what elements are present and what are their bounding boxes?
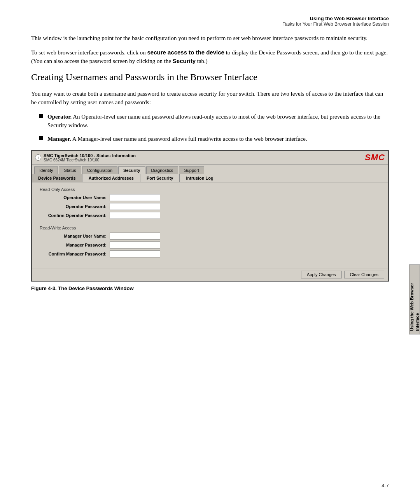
sub-tabs: Device Passwords Authorized Addresses Po… <box>32 174 388 182</box>
confirm-manager-password-group: Confirm Manager Password: <box>40 250 380 257</box>
tab-status[interactable]: Status <box>59 166 81 174</box>
read-write-label: Read-Write Access <box>40 226 380 230</box>
manager-password-group: Manager Password: <box>40 242 380 248</box>
confirm-manager-password-label: Confirm Manager Password: <box>40 252 110 256</box>
smc-logo: SMC <box>365 152 385 163</box>
bullet-text-manager: Manager. A Manager-level user name and p… <box>47 135 307 144</box>
title-bar-left: i SMC TigerSwitch 10/100 - Status: Infor… <box>35 153 136 162</box>
body-paragraph-1: You may want to create both a username a… <box>31 89 389 107</box>
bullet-list: Operator. An Operator-level user name an… <box>39 112 389 144</box>
tab-identity[interactable]: Identity <box>34 166 58 174</box>
operator-password-input[interactable] <box>110 203 160 210</box>
confirm-operator-password-input[interactable] <box>110 212 160 219</box>
bullet-text-operator: Operator. An Operator-level user name an… <box>47 112 389 130</box>
title-sub: SMC 6624M TigerSwitch 10/100 <box>44 158 136 162</box>
info-icon: i <box>35 154 41 161</box>
header-subtitle: Tasks for Your First Web Browser Interfa… <box>31 21 389 27</box>
intro-paragraph-1: This window is the launching point for t… <box>31 34 389 43</box>
bullet-item-manager: Manager. A Manager-level user name and p… <box>39 135 389 144</box>
header-title: Using the Web Browser Interface <box>31 16 389 21</box>
subtab-device-passwords[interactable]: Device Passwords <box>32 174 82 182</box>
manager-password-label: Manager Password: <box>40 243 110 247</box>
footer: 4-7 <box>31 480 389 488</box>
page-header: Using the Web Browser Interface Tasks fo… <box>31 16 389 27</box>
content-area: Read-Only Access Operator User Name: Ope… <box>32 182 388 268</box>
title-bar: i SMC TigerSwitch 10/100 - Status: Infor… <box>32 151 388 164</box>
apply-changes-button[interactable]: Apply Changes <box>301 271 342 278</box>
subtab-port-security[interactable]: Port Security <box>140 174 180 182</box>
operator-username-group: Operator User Name: <box>40 194 380 201</box>
operator-username-input[interactable] <box>110 194 160 201</box>
nav-tabs: Identity Status Configuration Security D… <box>32 164 388 174</box>
tab-security[interactable]: Security <box>118 166 145 174</box>
bullet-square-1 <box>39 114 43 118</box>
operator-username-label: Operator User Name: <box>40 195 110 200</box>
subtab-authorized-addresses[interactable]: Authorized Addresses <box>82 174 140 182</box>
confirm-operator-password-label: Confirm Operator Password: <box>40 213 110 218</box>
footer-page-number: 4-7 <box>382 483 389 488</box>
manager-password-input[interactable] <box>110 242 160 248</box>
intro-paragraph-2: To set web browser interface passwords, … <box>31 48 389 66</box>
side-tab: Using the Web Browser Interface <box>409 264 420 334</box>
clear-changes-button[interactable]: Clear Changes <box>344 271 384 278</box>
read-only-label: Read-Only Access <box>40 187 380 192</box>
tab-support[interactable]: Support <box>179 166 204 174</box>
title-main: SMC TigerSwitch 10/100 - Status: Informa… <box>44 153 136 158</box>
confirm-manager-password-input[interactable] <box>110 250 160 257</box>
manager-username-input[interactable] <box>110 233 160 240</box>
manager-username-group: Manager User Name: <box>40 233 380 240</box>
confirm-operator-password-group: Confirm Operator Password: <box>40 212 380 219</box>
bullet-item-operator: Operator. An Operator-level user name an… <box>39 112 389 130</box>
operator-password-label: Operator Password: <box>40 204 110 209</box>
tab-diagnostics[interactable]: Diagnostics <box>146 166 178 174</box>
screenshot-box: i SMC TigerSwitch 10/100 - Status: Infor… <box>31 150 389 282</box>
subtab-intrusion-log[interactable]: Intrusion Log <box>180 174 220 182</box>
operator-password-group: Operator Password: <box>40 203 380 210</box>
bullet-square-2 <box>39 136 43 140</box>
title-bar-text: SMC TigerSwitch 10/100 - Status: Informa… <box>44 153 136 162</box>
tab-configuration[interactable]: Configuration <box>82 166 117 174</box>
figure-caption: Figure 4-3. The Device Passwords Window <box>31 285 389 291</box>
bottom-bar: Apply Changes Clear Changes <box>32 268 388 281</box>
manager-username-label: Manager User Name: <box>40 234 110 238</box>
section-heading: Creating Usernames and Passwords in the … <box>31 71 389 83</box>
